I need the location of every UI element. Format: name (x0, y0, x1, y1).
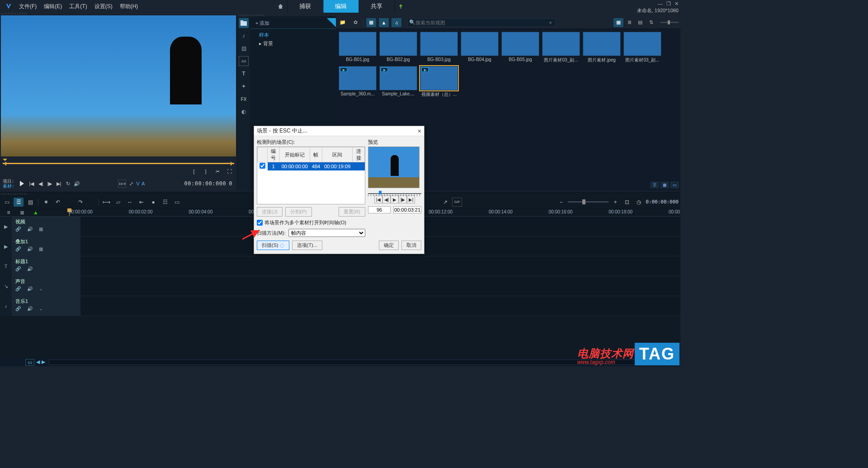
track-type-icon[interactable]: ▶ (0, 217, 12, 236)
gauge-category-icon[interactable]: ◐ (239, 107, 249, 117)
track-header[interactable]: 标题1🔗🔊 (12, 256, 80, 276)
thumbnail[interactable]: BG-B05.jpg (501, 32, 539, 63)
pv-frame-field[interactable] (368, 206, 391, 213)
thumb-size-slider[interactable] (660, 22, 679, 23)
track-vol-icon[interactable]: 🔊 (27, 306, 33, 311)
fit-timeline-icon[interactable]: ⊡ (622, 198, 632, 207)
aspect-ratio-label[interactable]: 16:9 (118, 180, 126, 188)
storyboard-view-icon[interactable]: ▭ (2, 198, 12, 207)
tool-record-icon[interactable]: ● (148, 198, 158, 207)
menu-edit[interactable]: 编辑(E) (40, 3, 66, 10)
tool-markin-icon[interactable]: ⟼ (101, 198, 111, 207)
pv-start-icon[interactable]: |◀ (374, 195, 382, 203)
trackopt-b-icon[interactable]: ≣ (17, 208, 27, 217)
clock-icon[interactable]: ◷ (634, 198, 644, 207)
menu-file[interactable]: 文件(F) (15, 3, 40, 10)
view-list-icon[interactable]: ≣ (624, 18, 634, 27)
pv-time-field[interactable] (393, 206, 421, 213)
filter-audio-icon[interactable]: ♫ (392, 18, 401, 27)
thumbnail[interactable]: 图片素材03_副... (542, 32, 580, 63)
zoom-out-icon[interactable]: − (556, 198, 566, 207)
dialog-title[interactable]: 场景 - 按 ESC 中止... × (254, 126, 424, 136)
split-button[interactable]: 分割(P) (285, 207, 312, 217)
thumbnail[interactable]: ▶视频素材（总）... (420, 66, 458, 98)
go-start-icon[interactable]: |◀ (28, 180, 36, 188)
settings-category-icon[interactable]: ✦ (239, 81, 249, 91)
import-folder-icon[interactable]: 📁 (338, 18, 348, 27)
tool-replace-icon[interactable]: ✷ (41, 198, 51, 207)
scene-row[interactable]: 1 00:00:00:00 484 00:00:19:09 (258, 162, 365, 170)
track-link-icon[interactable]: 🔗 (15, 286, 21, 291)
edit-tab[interactable]: 编辑 (323, 0, 359, 13)
view-thumb-icon[interactable]: ▦ (613, 18, 623, 27)
nav-right-icon[interactable]: ▶ (42, 359, 45, 366)
capture-tab[interactable]: 捕获 (287, 0, 323, 13)
text-category-icon[interactable]: T (239, 69, 249, 79)
tool-pan-icon[interactable]: ▭ (172, 198, 182, 207)
track-vol-icon[interactable]: 🔊 (27, 227, 33, 232)
pv-next-icon[interactable]: |▶ (399, 195, 407, 203)
thumbnail[interactable]: BG-B03.jpg (420, 32, 458, 63)
track-link-icon[interactable]: 🔗 (15, 266, 21, 271)
play-button[interactable] (17, 180, 27, 188)
tool-mixer-icon[interactable]: ☷ (160, 198, 170, 207)
track-link-icon[interactable]: 🔗 (15, 306, 21, 311)
track-body[interactable] (80, 276, 680, 296)
track-chev-icon[interactable]: ⌄ (39, 306, 42, 311)
track-header[interactable]: 视频🔗🔊▦ (12, 217, 80, 236)
tool-gif-icon[interactable]: GIF (452, 198, 462, 207)
loop-icon[interactable]: ↻ (64, 180, 72, 188)
sort-icon[interactable]: ⇅ (646, 18, 656, 27)
ok-button[interactable]: 确定 (379, 241, 399, 250)
mark-in-icon[interactable]: [ (190, 167, 198, 175)
track-type-icon[interactable]: ▶ (0, 236, 12, 256)
home-icon[interactable] (274, 0, 287, 13)
scene-table[interactable]: 编号 开始标记 帧 区间 连接 1 00:00:00:00 484 00:00:… (257, 147, 365, 204)
track-chev-icon[interactable]: ⌄ (39, 286, 42, 291)
scan-method-select[interactable]: 帧内容 (288, 229, 365, 237)
media-category-icon[interactable] (239, 18, 249, 28)
zoom-in-icon[interactable]: + (610, 198, 620, 207)
filter-image-icon[interactable]: ▲ (379, 18, 389, 27)
search-field[interactable]: 🔍 × (407, 18, 556, 27)
transition-category-icon[interactable]: ▤ (239, 43, 249, 53)
dialog-close-icon[interactable]: × (418, 128, 421, 135)
thumbnail[interactable]: BG-B02.jpg (379, 32, 417, 63)
preview-timecode[interactable]: 00:00:00:000 (183, 180, 228, 188)
track-link-icon[interactable]: 🔗 (15, 246, 21, 251)
options-button[interactable]: 选项(T)... (292, 241, 322, 250)
tool-track-icon[interactable]: ↗ (440, 198, 450, 207)
go-end-icon[interactable]: ▶| (55, 180, 63, 188)
pv-play-icon[interactable]: ▶ (391, 195, 399, 203)
pv-prev-icon[interactable]: ◀| (382, 195, 391, 203)
track-header[interactable]: 叠加1🔗🔊▦ (12, 236, 80, 256)
pv-end-icon[interactable]: ▶| (407, 195, 415, 203)
import-settings-icon[interactable]: ✿ (350, 18, 360, 27)
maximize-icon[interactable]: ❐ (666, 1, 671, 7)
track-vol-icon[interactable]: 🔊 (27, 246, 33, 251)
thumbnail[interactable]: ▶Sample_360.m... (339, 66, 377, 98)
thumbnail[interactable]: BG-B04.jpg (461, 32, 499, 63)
scrubber[interactable] (3, 160, 234, 166)
panel-icon-a[interactable]: ☰ (651, 182, 659, 188)
clear-search-icon[interactable]: × (547, 20, 554, 25)
nav-left-icon[interactable]: ◀ (36, 359, 40, 366)
track-body[interactable] (80, 296, 680, 316)
track-vol-icon[interactable]: 🔊 (27, 266, 33, 271)
close-icon[interactable]: ✕ (675, 1, 679, 7)
redo-icon[interactable]: ↷ (75, 198, 85, 207)
panel-icon-b[interactable]: ▦ (660, 182, 669, 188)
step-fwd-icon[interactable]: |▶ (46, 180, 54, 188)
playhead-follow-icon[interactable]: ▲ (31, 208, 41, 217)
menu-settings[interactable]: 设置(S) (91, 3, 116, 10)
reset-button[interactable]: 重置(R) (339, 207, 365, 217)
filter-video-icon[interactable]: ▦ (366, 18, 376, 27)
track-type-icon[interactable]: ♪ (0, 296, 12, 316)
track-header[interactable]: 声音🔗🔊⌄ (12, 276, 80, 296)
multi-view-icon[interactable]: ▤ (25, 198, 35, 207)
tree-sample[interactable]: 样本 (250, 31, 336, 39)
timeline-timecode[interactable]: 0:00:00:000 (646, 199, 679, 205)
timeline-view-icon[interactable]: ☰ (14, 198, 24, 207)
thumbnail[interactable]: ▶Sample_Lake.... (379, 66, 417, 98)
undo-icon[interactable]: ↶ (53, 198, 63, 207)
